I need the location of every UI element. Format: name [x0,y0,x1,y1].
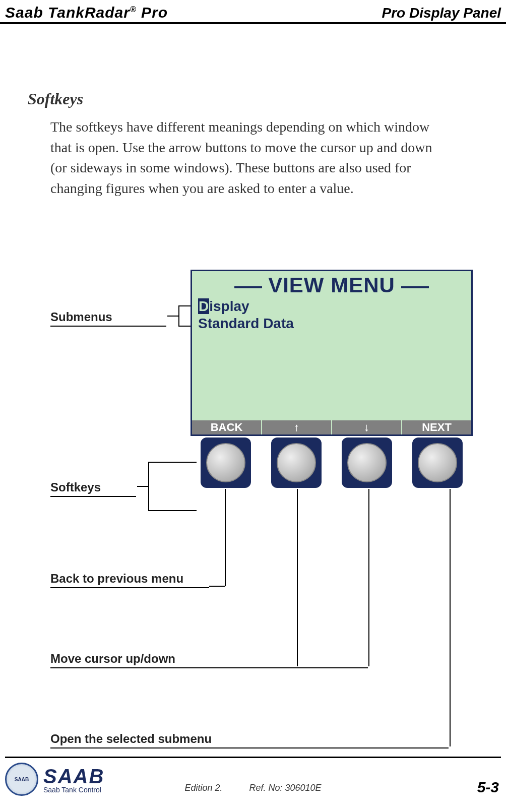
softkey-label-back: BACK [192,420,262,434]
next-button[interactable] [412,438,463,488]
page-footer: SAAB SAAB Saab Tank Control Edition 2. R… [0,757,506,812]
down-button[interactable] [342,438,392,488]
body-paragraph: The softkeys have different meanings dep… [50,117,449,199]
label-open-desc: Open the selected submenu [50,732,449,748]
label-back-desc: Back to previous menu [50,572,209,588]
physical-button-row [191,438,473,488]
menu-item-display-rest: isplay [209,298,249,314]
menu-item-standard-data[interactable]: Standard Data [192,316,471,332]
page-number: 5-3 [477,779,499,796]
label-submenus: Submenus [50,310,166,327]
edition-text: Edition 2. [184,783,222,793]
screen-title: VIEW MENU [262,273,401,297]
softkey-label-up: ↑ [262,420,332,434]
ref-text: Ref. No: 306010E [249,783,321,793]
footer-center-text: Edition 2. Ref. No: 306010E [0,783,506,793]
header-section-title: Pro Display Panel [382,5,501,21]
section-heading: Softkeys [28,90,83,108]
footer-rule [5,757,501,758]
menu-item-display[interactable]: Display [192,298,471,315]
up-button[interactable] [271,438,322,488]
softkey-label-down: ↓ [332,420,402,434]
label-updown-desc: Move cursor up/down [50,652,368,668]
softkey-label-next: NEXT [402,420,471,434]
diagram-area: Submenus Softkeys Back to previous menu … [50,270,474,728]
label-softkeys: Softkeys [50,480,136,497]
back-button[interactable] [201,438,251,488]
title-rule-right [401,286,429,288]
title-rule-left [234,286,262,288]
product-name: Saab TankRadar® Pro [5,4,168,21]
lcd-screen: VIEW MENU Display Standard Data BACK ↑ ↓… [191,270,473,436]
softkey-label-bar: BACK ↑ ↓ NEXT [192,420,471,434]
page-header: Saab TankRadar® Pro Pro Display Panel [0,0,506,24]
